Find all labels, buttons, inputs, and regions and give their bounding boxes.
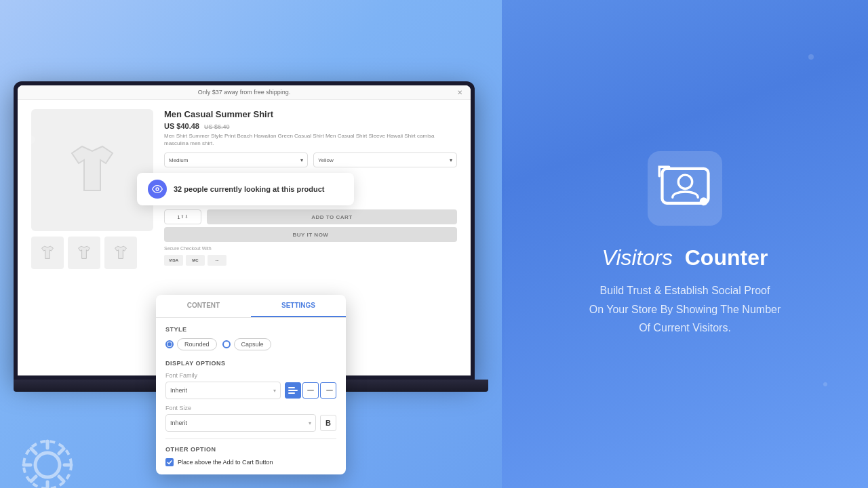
place-above-row[interactable]: Place above the Add to Cart Button [165,458,336,466]
store-banner: Only $37 away from free shipping. ✕ [18,85,471,100]
font-family-label: Font Family [165,372,336,379]
align-left-button[interactable] [285,382,301,399]
product-price: US $40.48 US $6.40 [164,122,457,130]
svg-point-5 [699,197,707,205]
color-select[interactable]: Yellow ▾ [313,152,457,167]
svg-point-4 [678,175,692,188]
add-to-cart-row: 1 ⬆⬇ ADD TO CART [164,209,457,224]
svg-point-0 [156,188,159,190]
svg-rect-3 [662,168,708,203]
place-above-checkbox[interactable] [165,458,174,466]
align-center-icon [306,387,315,394]
thumb-3[interactable] [104,237,137,269]
font-family-row: Inherit ▾ [165,382,336,399]
other-option-label: OTHER OPTION [165,446,336,453]
quantity-input[interactable]: 1 ⬆⬇ [164,209,201,224]
rounded-radio[interactable] [165,340,174,348]
place-above-label: Place above the Add to Cart Button [178,459,273,466]
product-thumbnails [31,237,153,269]
align-right-button[interactable] [320,382,336,399]
bold-button[interactable]: B [320,415,336,431]
style-options: Rounded Capsule [165,338,336,350]
tab-content[interactable]: CONTENT [156,295,251,317]
capsule-label[interactable]: Capsule [234,338,271,350]
dot-3 [823,382,827,386]
dot-1 [808,54,814,60]
original-price: US $6.40 [204,123,230,130]
gear-icon-decoration [14,431,81,488]
settings-body: STYLE Rounded Capsule DISPLAY OPTIONS Fo… [156,318,346,474]
secure-checkout: Secure Checkout With [164,246,457,251]
add-to-cart-button[interactable]: ADD TO CART [207,209,457,224]
font-family-select[interactable]: Inherit ▾ [165,382,281,399]
other-option-section: OTHER OPTION Place above the Add to Cart… [165,439,336,466]
other-payment-icon: ··· [208,255,226,266]
shirt-image-icon [58,136,126,204]
title-bold: Counter [685,245,768,270]
title-italic: Visitors [602,245,673,270]
buy-now-button[interactable]: BUY IT NOW [164,227,457,242]
visitors-icon-container [648,151,722,226]
right-panel: Visitors Counter Build Trust & Establish… [502,0,868,488]
left-panel: Only $37 away from free shipping. ✕ [0,0,502,488]
style-label: STYLE [165,326,336,333]
subtitle-line1: Build Trust & Establish Social Proof [600,285,770,296]
check-icon [167,460,172,465]
subtitle-line2: On Your Store By Showing The Number [589,304,781,315]
subtitle-line3: Of Current Visitors. [639,322,731,333]
product-main-image [31,109,153,231]
banner-close[interactable]: ✕ [457,89,462,96]
tab-settings[interactable]: SETTINGS [251,295,346,317]
eye-icon-container [148,180,167,199]
product-details: Men Casual Summer Shirt US $40.48 US $6.… [164,109,457,269]
rounded-label[interactable]: Rounded [177,338,217,350]
thumb-1[interactable] [31,237,64,269]
product-selects: Medium ▾ Yellow ▾ [164,152,457,167]
settings-panel: CONTENT SETTINGS STYLE Rounded Capsule D… [156,295,346,474]
align-left-icon [288,387,298,394]
svg-point-1 [35,453,60,477]
size-select[interactable]: Medium ▾ [164,152,308,167]
align-center-button[interactable] [302,382,319,399]
visitor-count-text: 32 people currently looking at this prod… [174,185,324,193]
product-description: Men Shirt Summer Style Print Beach Hawai… [164,132,457,147]
mastercard-icon: MC [186,255,205,266]
visitors-icon [656,160,714,218]
align-right-icon [323,387,333,394]
right-title: Visitors Counter [602,245,768,270]
payment-icons: VISA MC ··· [164,255,457,266]
visitor-counter-widget: 32 people currently looking at this prod… [137,173,354,205]
visa-icon: VISA [164,255,183,266]
eye-icon [152,184,163,195]
display-options-label: DISPLAY OPTIONS [165,360,336,367]
font-size-row: Inherit ▾ B [165,414,336,432]
settings-tabs: CONTENT SETTINGS [156,295,346,318]
capsule-option[interactable]: Capsule [222,338,271,350]
dot-2 [27,136,35,144]
rounded-option[interactable]: Rounded [165,338,217,350]
store-content: Men Casual Summer Shirt US $40.48 US $6.… [18,100,471,279]
banner-text: Only $37 away from free shipping. [198,89,291,96]
right-subtitle: Build Trust & Establish Social Proof On … [589,281,781,337]
font-size-select[interactable]: Inherit ▾ [165,414,316,432]
thumb-2[interactable] [68,237,100,269]
font-size-label: Font Size [165,405,336,411]
align-buttons [285,382,336,399]
product-title: Men Casual Summer Shirt [164,109,457,119]
product-image-area [31,109,153,269]
capsule-radio[interactable] [222,340,231,348]
